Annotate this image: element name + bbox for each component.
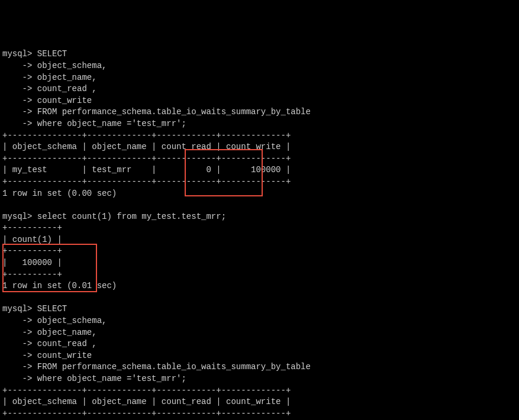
continuation-prompt: -> bbox=[2, 339, 37, 348]
continuation-prompt: -> bbox=[2, 107, 37, 117]
query-line: count_read , bbox=[37, 84, 97, 93]
table-header: | object_schema | object_name | count_re… bbox=[2, 142, 291, 151]
table-border: +---------------+-------------+---------… bbox=[2, 154, 291, 163]
query-line: object_name, bbox=[37, 328, 97, 337]
continuation-prompt: -> bbox=[2, 351, 37, 360]
query-line: select count(1) from my_test.test_mrr; bbox=[37, 212, 226, 221]
mysql-prompt[interactable]: mysql> bbox=[2, 304, 37, 314]
table-header: | count(1) | bbox=[2, 235, 62, 244]
table-border: +----------+ bbox=[2, 223, 62, 232]
query-line: where object_name ='test_mrr'; bbox=[37, 374, 186, 383]
mysql-prompt[interactable]: mysql> bbox=[2, 212, 37, 221]
table-header: | object_schema | object_name | count_re… bbox=[2, 397, 291, 406]
query-line: count_read , bbox=[37, 339, 97, 348]
query-line: object_schema, bbox=[37, 316, 107, 325]
continuation-prompt: -> bbox=[2, 328, 37, 337]
continuation-prompt: -> bbox=[2, 73, 37, 82]
continuation-prompt: -> bbox=[2, 119, 37, 128]
query-line: count_write bbox=[37, 351, 92, 360]
table-border: +---------------+-------------+---------… bbox=[2, 131, 291, 140]
table-row: | my_test | test_mrr | 0 | 100000 | bbox=[2, 165, 291, 175]
query-line: object_schema, bbox=[37, 61, 107, 70]
table-border: +----------+ bbox=[2, 270, 62, 279]
table-border: +---------------+-------------+---------… bbox=[2, 409, 291, 418]
continuation-prompt: -> bbox=[2, 61, 37, 70]
query-line: where object_name ='test_mrr'; bbox=[37, 119, 186, 128]
continuation-prompt: -> bbox=[2, 316, 37, 325]
table-border: +---------------+-------------+---------… bbox=[2, 177, 291, 186]
result-status: 1 row in set (0.01 sec) bbox=[2, 281, 117, 290]
query-line: count_write bbox=[37, 96, 92, 105]
query-line: object_name, bbox=[37, 73, 97, 82]
query-line: SELECT bbox=[37, 49, 67, 59]
query-line: FROM performance_schema.table_io_waits_s… bbox=[37, 362, 311, 371]
terminal-output: mysql> SELECT -> object_schema, -> objec… bbox=[2, 49, 517, 420]
table-border: +---------------+-------------+---------… bbox=[2, 386, 291, 395]
query-line: SELECT bbox=[37, 304, 67, 314]
mysql-prompt[interactable]: mysql> bbox=[2, 49, 37, 59]
continuation-prompt: -> bbox=[2, 362, 37, 371]
result-status: 1 row in set (0.00 sec) bbox=[2, 189, 117, 198]
continuation-prompt: -> bbox=[2, 84, 37, 93]
continuation-prompt: -> bbox=[2, 374, 37, 383]
table-row: | 100000 | bbox=[2, 258, 62, 267]
query-line: FROM performance_schema.table_io_waits_s… bbox=[37, 107, 311, 117]
continuation-prompt: -> bbox=[2, 96, 37, 105]
table-border: +----------+ bbox=[2, 246, 62, 256]
